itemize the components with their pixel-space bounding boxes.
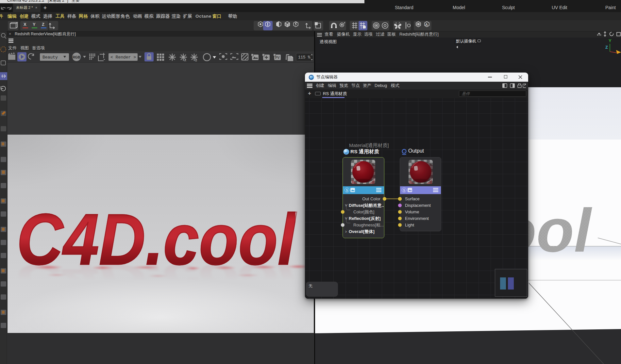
svg-text:Z: Z [42,22,44,27]
svg-text:< Render >: < Render > [110,55,136,60]
svg-text:Y: Y [33,22,36,27]
svg-text:A: A [184,59,186,62]
svg-text:Beauty: Beauty [42,55,58,60]
svg-text:PV: PV [275,56,280,59]
svg-text:G: G [195,59,197,62]
svg-text:Z: Z [605,45,608,50]
svg-text:X: X [24,22,26,27]
svg-text:Y: Y [609,38,612,43]
svg-text:RGB: RGB [73,55,80,59]
svg-text:A: A [425,23,428,26]
svg-text:115 %: 115 % [298,55,310,60]
